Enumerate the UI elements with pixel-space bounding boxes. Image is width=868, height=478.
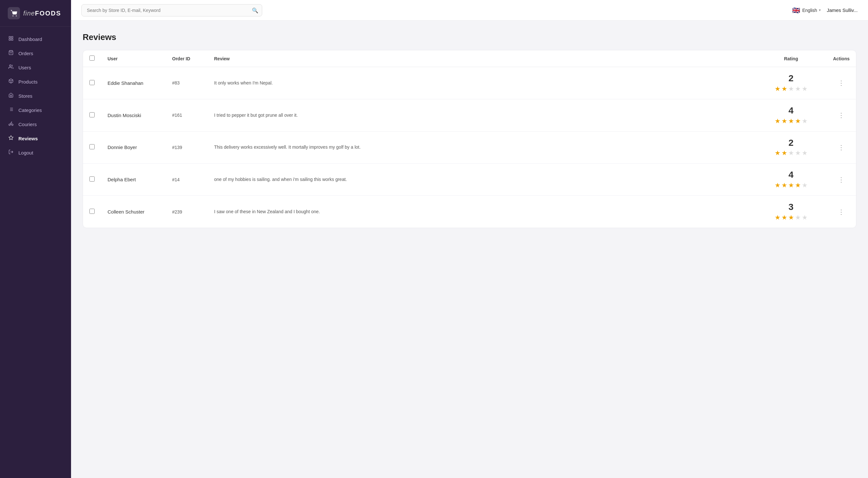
sidebar-item-categories[interactable]: Categories: [0, 103, 71, 117]
row-actions: ⋮: [827, 164, 856, 196]
svg-rect-2: [9, 36, 11, 38]
star-filled: ★: [781, 181, 787, 189]
row-checkbox[interactable]: [89, 80, 95, 85]
stars-container: ★★★★★: [762, 85, 820, 93]
more-actions-button[interactable]: ⋮: [835, 207, 847, 217]
products-icon: [8, 78, 14, 85]
svg-rect-5: [11, 39, 13, 40]
row-checkbox[interactable]: [89, 176, 95, 181]
star-filled: ★: [781, 149, 787, 157]
table-row: Donnie Boyer #139 This delivery works ex…: [83, 131, 856, 164]
row-actions: ⋮: [827, 67, 856, 99]
svg-point-16: [9, 124, 10, 126]
search-icon[interactable]: 🔍: [252, 7, 258, 13]
row-checkbox[interactable]: [89, 112, 95, 117]
star-empty: ★: [802, 85, 808, 93]
table-row: Colleen Schuster #239 I saw one of these…: [83, 196, 856, 228]
row-rating: 4 ★★★★★: [755, 99, 827, 131]
star-filled: ★: [788, 117, 794, 125]
star-filled: ★: [788, 213, 794, 221]
sidebar-item-stores[interactable]: Stores: [0, 89, 71, 103]
col-header-review: Review: [208, 50, 755, 67]
orders-icon: [8, 50, 14, 57]
star-empty: ★: [788, 149, 794, 157]
stars-container: ★★★★★: [762, 117, 820, 125]
svg-marker-18: [9, 135, 13, 140]
star-filled: ★: [775, 117, 780, 125]
reviews-icon: [8, 135, 14, 142]
sidebar-label-orders: Orders: [19, 50, 33, 56]
col-header-rating: Rating: [755, 50, 827, 67]
table-row: Eddie Shanahan #83 It only works when I'…: [83, 67, 856, 99]
star-empty: ★: [795, 149, 801, 157]
language-label: English: [802, 8, 817, 13]
svg-point-0: [12, 15, 13, 16]
sidebar-item-users[interactable]: Users: [0, 60, 71, 74]
sidebar-item-products[interactable]: Products: [0, 74, 71, 89]
star-empty: ★: [802, 213, 808, 221]
svg-point-7: [9, 65, 11, 66]
row-checkbox[interactable]: [89, 209, 95, 214]
sidebar-label-dashboard: Dashboard: [19, 36, 42, 42]
star-filled: ★: [775, 85, 780, 93]
row-actions: ⋮: [827, 131, 856, 164]
content: Reviews User Order ID Review Rating Acti…: [71, 21, 868, 478]
sidebar: fineFOODS Dashboard Orders Users Product…: [0, 0, 71, 478]
star-empty: ★: [802, 117, 808, 125]
sidebar-label-logout: Logout: [19, 150, 33, 156]
star-filled: ★: [781, 117, 787, 125]
row-checkbox-cell: [83, 196, 101, 228]
star-filled: ★: [775, 149, 780, 157]
sidebar-item-couriers[interactable]: Couriers: [0, 117, 71, 131]
language-selector[interactable]: 🇬🇧 English ▾: [792, 6, 821, 14]
star-filled: ★: [781, 85, 787, 93]
sidebar-item-logout[interactable]: Logout: [0, 145, 71, 160]
row-user: Delpha Ebert: [101, 164, 166, 196]
col-header-user: User: [101, 50, 166, 67]
table-row: Delpha Ebert #14 one of my hobbies is sa…: [83, 164, 856, 196]
col-header-order: Order ID: [166, 50, 208, 67]
main-area: 🔍 🇬🇧 English ▾ James Sulliv... Reviews: [71, 0, 868, 478]
rating-number: 4: [762, 170, 820, 180]
users-icon: [8, 64, 14, 71]
more-actions-button[interactable]: ⋮: [835, 110, 847, 120]
flag-icon: 🇬🇧: [792, 6, 800, 14]
chevron-down-icon: ▾: [819, 8, 821, 12]
row-order-id: #161: [166, 99, 208, 131]
stars-container: ★★★★★: [762, 181, 820, 189]
user-name: James Sulliv...: [827, 7, 858, 13]
star-filled: ★: [775, 213, 780, 221]
sidebar-item-dashboard[interactable]: Dashboard: [0, 32, 71, 46]
row-checkbox-cell: [83, 99, 101, 131]
sidebar-label-stores: Stores: [19, 93, 32, 99]
row-review: This delivery works excessively well. It…: [208, 131, 755, 164]
logo-text: fineFOODS: [23, 10, 61, 17]
rating-number: 2: [762, 138, 820, 148]
select-all-checkbox[interactable]: [89, 56, 95, 61]
couriers-icon: [8, 121, 14, 127]
row-user: Colleen Schuster: [101, 196, 166, 228]
table-header-row: User Order ID Review Rating Actions: [83, 50, 856, 67]
star-filled: ★: [775, 181, 780, 189]
header-right: 🇬🇧 English ▾ James Sulliv...: [792, 6, 858, 14]
row-order-id: #83: [166, 67, 208, 99]
row-checkbox[interactable]: [89, 144, 95, 149]
stars-container: ★★★★★: [762, 213, 820, 221]
row-checkbox-cell: [83, 131, 101, 164]
sidebar-label-categories: Categories: [19, 107, 42, 113]
search-input[interactable]: [82, 4, 262, 16]
table-row: Dustin Mosciski #161 I tried to pepper i…: [83, 99, 856, 131]
stars-container: ★★★★★: [762, 149, 820, 157]
row-actions: ⋮: [827, 196, 856, 228]
more-actions-button[interactable]: ⋮: [835, 78, 847, 88]
more-actions-button[interactable]: ⋮: [835, 142, 847, 152]
categories-icon: [8, 107, 14, 113]
sidebar-item-orders[interactable]: Orders: [0, 46, 71, 60]
row-rating: 4 ★★★★★: [755, 164, 827, 196]
sidebar-item-reviews[interactable]: Reviews: [0, 131, 71, 145]
reviews-table: User Order ID Review Rating Actions Eddi…: [83, 50, 857, 228]
row-review: I tried to pepper it but got prune all o…: [208, 99, 755, 131]
row-rating: 2 ★★★★★: [755, 67, 827, 99]
more-actions-button[interactable]: ⋮: [835, 174, 847, 185]
svg-point-1: [16, 15, 17, 16]
